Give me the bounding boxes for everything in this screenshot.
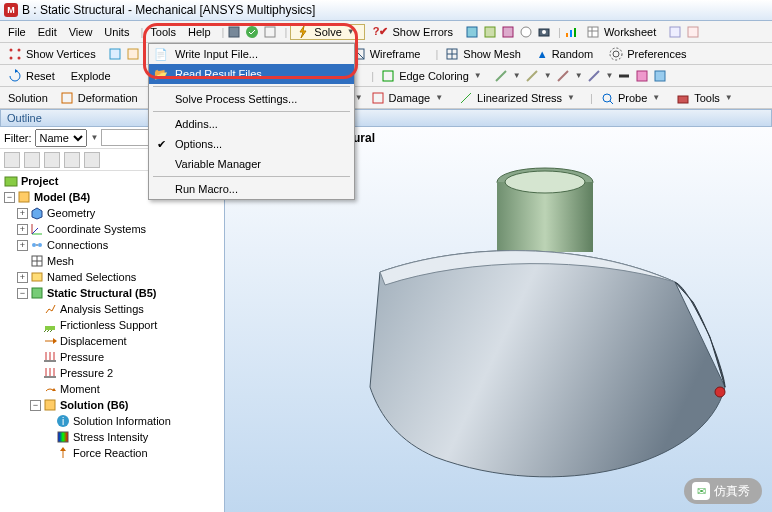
- icon-generic-2[interactable]: [263, 25, 277, 39]
- dd-addins[interactable]: Addins...: [149, 114, 354, 134]
- cube-icon-2[interactable]: [653, 69, 667, 83]
- worksheet-button[interactable]: Worksheet: [582, 23, 664, 41]
- lightning-icon: [296, 25, 310, 39]
- svg-point-1: [246, 26, 258, 38]
- menu-tools[interactable]: Tools: [146, 24, 180, 40]
- random-button[interactable]: ▲Random: [533, 46, 601, 62]
- ot-icon-5[interactable]: [84, 152, 100, 168]
- filter-select[interactable]: Name: [35, 129, 87, 147]
- ot-icon-4[interactable]: [64, 152, 80, 168]
- stroke-icon-1[interactable]: [494, 69, 508, 83]
- solution-menu[interactable]: Solution: [4, 90, 52, 106]
- wireframe-button[interactable]: Wireframe: [348, 45, 429, 63]
- tb2-icon-b[interactable]: [126, 47, 140, 61]
- stroke-icon-3[interactable]: [556, 69, 570, 83]
- show-vertices-button[interactable]: Show Vertices: [4, 45, 104, 63]
- dd-varmgr[interactable]: Variable Manager: [149, 154, 354, 174]
- show-errors-button[interactable]: ?✔Show Errors: [369, 23, 461, 40]
- deformation-icon: [60, 91, 74, 105]
- menu-file[interactable]: File: [4, 24, 30, 40]
- linearized-menu[interactable]: Linearized Stress▼: [455, 89, 583, 107]
- menu-help[interactable]: Help: [184, 24, 215, 40]
- ot-icon-2[interactable]: [24, 152, 40, 168]
- icon-generic-1[interactable]: [227, 25, 241, 39]
- tools-menu[interactable]: Tools▼: [672, 89, 741, 107]
- tree-displacement[interactable]: Displacement: [4, 333, 224, 349]
- thicken-icon[interactable]: [617, 69, 631, 83]
- tree-static[interactable]: −Static Structural (B5): [4, 285, 224, 301]
- tb-icon-e[interactable]: [668, 25, 682, 39]
- tree-moment[interactable]: Moment: [4, 381, 224, 397]
- collapse-icon[interactable]: −: [4, 192, 15, 203]
- toolbar-4: Solution Deformation ▼ Damage▼ Linearize…: [0, 87, 772, 109]
- dd-runmacro[interactable]: Run Macro...: [149, 179, 354, 199]
- stroke-icon-4[interactable]: [587, 69, 601, 83]
- stroke-icon-2[interactable]: [525, 69, 539, 83]
- tb2-icon-a[interactable]: [108, 47, 122, 61]
- reset-button[interactable]: Reset: [4, 67, 63, 85]
- tb-icon-f[interactable]: [686, 25, 700, 39]
- expand-icon[interactable]: +: [17, 224, 28, 235]
- tb-icon-d[interactable]: [519, 25, 533, 39]
- tree-geometry[interactable]: +Geometry: [4, 205, 224, 221]
- tree-solution[interactable]: −Solution (B6): [4, 397, 224, 413]
- svg-rect-30: [383, 71, 393, 81]
- expand-icon[interactable]: +: [17, 272, 28, 283]
- tree-pressure[interactable]: Pressure: [4, 349, 224, 365]
- menu-units[interactable]: Units: [100, 24, 133, 40]
- deformation-menu[interactable]: Deformation: [56, 89, 146, 107]
- svg-line-32: [527, 71, 537, 81]
- damage-menu[interactable]: Damage▼: [367, 89, 452, 107]
- menu-view[interactable]: View: [65, 24, 97, 40]
- tree-pressure2[interactable]: Pressure 2: [4, 365, 224, 381]
- tree-stressint[interactable]: Stress Intensity: [4, 429, 224, 445]
- tree-analysis[interactable]: Analysis Settings: [4, 301, 224, 317]
- dd-read-result[interactable]: 📂Read Result Files...: [149, 64, 354, 84]
- tb-icon-b[interactable]: [483, 25, 497, 39]
- svg-rect-2: [265, 27, 275, 37]
- solve-button[interactable]: Solve▼: [290, 24, 364, 40]
- svg-point-19: [10, 56, 13, 59]
- collapse-icon[interactable]: −: [30, 400, 41, 411]
- ot-icon-3[interactable]: [44, 152, 60, 168]
- analysis-icon: [43, 302, 57, 316]
- tree-connections[interactable]: +Connections: [4, 237, 224, 253]
- file-icon: 📄: [153, 46, 169, 62]
- tree-forcereact[interactable]: Force Reaction: [4, 445, 224, 461]
- mesh-tree-icon: [30, 254, 44, 268]
- edge-coloring-button[interactable]: Edge Coloring▼: [377, 67, 490, 85]
- svg-line-31: [496, 71, 506, 81]
- menu-edit[interactable]: Edit: [34, 24, 61, 40]
- dd-options[interactable]: ✔Options...: [149, 134, 354, 154]
- ot-icon-1[interactable]: [4, 152, 20, 168]
- probe-menu[interactable]: Probe▼: [596, 89, 668, 107]
- svg-rect-22: [128, 49, 138, 59]
- tree-solinfo[interactable]: iSolution Information: [4, 413, 224, 429]
- tb-icon-a[interactable]: [465, 25, 479, 39]
- tree-mesh[interactable]: Mesh: [4, 253, 224, 269]
- camera-icon[interactable]: [537, 25, 551, 39]
- moment-icon: [43, 382, 57, 396]
- svg-point-20: [18, 56, 21, 59]
- check-icon: ✔: [153, 136, 169, 152]
- check-circle-icon[interactable]: [245, 25, 259, 39]
- expand-icon[interactable]: +: [17, 240, 28, 251]
- svg-rect-10: [570, 30, 572, 37]
- expand-icon[interactable]: +: [17, 208, 28, 219]
- tree-coord[interactable]: +Coordinate Systems: [4, 221, 224, 237]
- svg-rect-73: [44, 376, 56, 378]
- tree-frictionless[interactable]: Frictionless Support: [4, 317, 224, 333]
- outline-header: Outline: [0, 109, 772, 127]
- show-mesh-button[interactable]: Show Mesh: [441, 45, 528, 63]
- preferences-button[interactable]: Preferences: [605, 45, 694, 63]
- tb-icon-c[interactable]: [501, 25, 515, 39]
- chart-icon[interactable]: [564, 25, 578, 39]
- outline-tree[interactable]: Project −Model (B4) +Geometry +Coordinat…: [0, 171, 224, 512]
- tree-namedsel[interactable]: +Named Selections: [4, 269, 224, 285]
- svg-point-84: [715, 387, 725, 397]
- cube-icon-1[interactable]: [635, 69, 649, 83]
- collapse-icon[interactable]: −: [17, 288, 28, 299]
- dd-solve-process[interactable]: Solve Process Settings...: [149, 89, 354, 109]
- explode-button[interactable]: Explode: [67, 68, 119, 84]
- dd-write-input[interactable]: 📄Write Input File...: [149, 44, 354, 64]
